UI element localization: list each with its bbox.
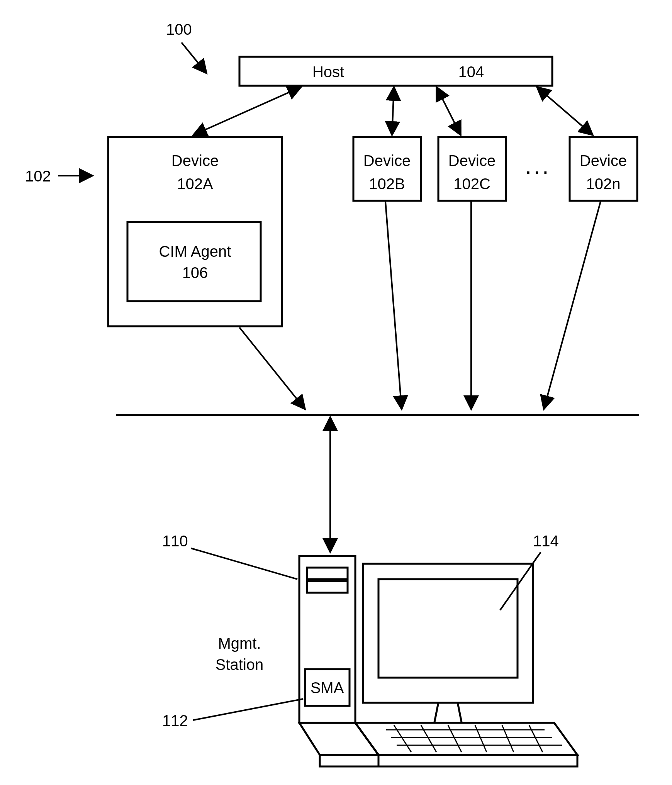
svg-line-19 (434, 703, 438, 722)
sma-label: SMA (311, 679, 344, 696)
svg-line-9 (544, 202, 601, 409)
device-102b-id: 102B (369, 175, 405, 192)
svg-rect-15 (307, 581, 348, 593)
svg-line-4 (537, 87, 593, 135)
svg-line-2 (392, 87, 394, 135)
svg-rect-18 (378, 579, 518, 678)
keyboard (299, 723, 577, 766)
svg-rect-23 (320, 755, 577, 766)
cim-agent-id: 106 (182, 264, 208, 281)
cim-agent-label: CIM Agent (159, 243, 231, 260)
svg-line-20 (458, 703, 462, 722)
cim-agent-box (127, 222, 261, 301)
svg-line-0 (182, 42, 207, 73)
svg-rect-14 (307, 568, 348, 579)
device-102c-name: Device (448, 152, 496, 169)
callout-100: 100 (166, 21, 192, 38)
device-102a-id: 102A (177, 175, 213, 192)
device-102b-name: Device (363, 152, 411, 169)
device-102n-id: 102n (586, 175, 621, 192)
svg-marker-22 (355, 723, 577, 755)
mgmt-station-label-1: Mgmt. (218, 635, 261, 652)
callout-110: 110 (162, 532, 188, 549)
svg-line-11 (191, 548, 297, 579)
svg-line-7 (385, 202, 402, 409)
callout-114: 114 (533, 532, 559, 549)
svg-line-12 (500, 552, 541, 610)
device-ellipsis: . . . (526, 160, 548, 177)
svg-line-1 (193, 87, 301, 135)
callout-112: 112 (162, 712, 188, 729)
svg-rect-17 (363, 564, 533, 703)
svg-line-16 (193, 699, 303, 720)
callout-102: 102 (25, 168, 51, 185)
svg-line-3 (436, 87, 461, 135)
mgmt-tower: SMA (299, 556, 355, 723)
host-box (239, 57, 552, 86)
device-102a-name: Device (171, 152, 219, 169)
host-label: Host (312, 63, 344, 80)
host-id: 104 (458, 63, 484, 80)
device-102n-name: Device (580, 152, 627, 169)
monitor (363, 564, 533, 722)
mgmt-station-label-2: Station (216, 656, 264, 673)
svg-line-6 (239, 327, 305, 409)
device-102c-id: 102C (453, 175, 490, 192)
